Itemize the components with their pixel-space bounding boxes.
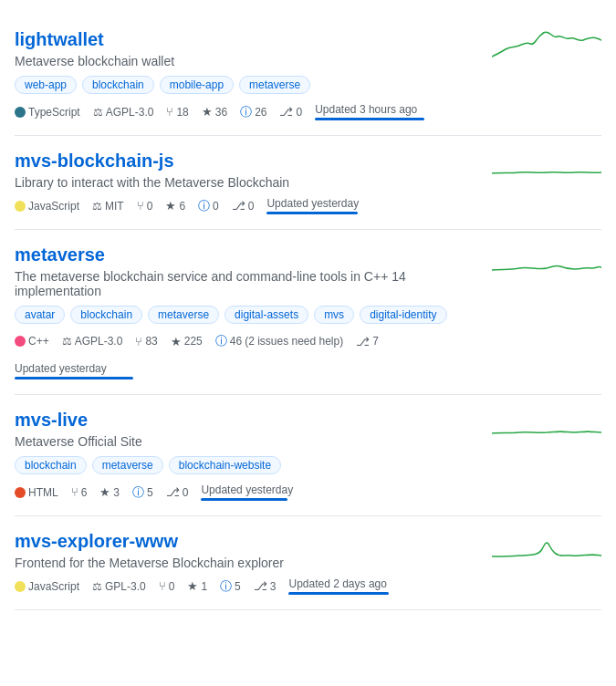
fork-icon: ⑂ [166, 105, 173, 119]
language-name: JavaScript [28, 200, 79, 213]
tag[interactable]: mvs [314, 306, 354, 324]
repo-issues: ⓘ26 [240, 104, 266, 120]
repo-license: ⚖MIT [92, 200, 124, 213]
repo-updated-text: Updated 2 days ago [288, 577, 389, 590]
repo-card: lightwalletMetaverse blockchain walletwe… [15, 15, 601, 136]
repo-header: mvs-blockchain-jsLibrary to interact wit… [15, 151, 601, 214]
language-dot [15, 107, 26, 118]
tag[interactable]: avatar [15, 306, 65, 324]
tag[interactable]: blockchain-website [169, 456, 281, 474]
repo-title[interactable]: mvs-blockchain-js [15, 151, 492, 172]
repo-license: ⚖AGPL-3.0 [93, 106, 154, 119]
repo-meta: JavaScript⚖MIT⑂0★6ⓘ0⎇0Updated yesterday [15, 197, 492, 214]
update-bar [288, 592, 389, 595]
repo-updated-wrapper: Updated 3 hours ago [315, 103, 424, 120]
repo-left-col: mvs-blockchain-jsLibrary to interact wit… [15, 151, 492, 214]
star-count: 3 [113, 486, 120, 499]
repo-issues: ⓘ5 [132, 484, 153, 501]
pr-icon: ⎇ [356, 335, 370, 348]
fork-icon: ⑂ [71, 485, 78, 499]
repo-header: mvs-explorer-wwwFrontend for the Metaver… [15, 531, 601, 595]
pr-count: 7 [372, 335, 379, 348]
repo-language: TypeScript [15, 106, 80, 119]
issue-icon: ⓘ [240, 104, 252, 120]
repo-left-col: mvs-liveMetaverse Official Siteblockchai… [15, 410, 492, 501]
issue-icon: ⓘ [198, 198, 210, 214]
tag[interactable]: digital-assets [224, 306, 308, 324]
tag[interactable]: digital-identity [360, 306, 446, 324]
tag[interactable]: blockchain [70, 306, 142, 324]
pr-count: 0 [248, 200, 255, 213]
repo-stars: ★225 [171, 335, 203, 348]
fork-count: 6 [81, 486, 88, 499]
repo-stars: ★6 [165, 199, 185, 213]
repo-issues: ⓘ46 (2 issues need help) [215, 333, 343, 349]
repo-title[interactable]: metaverse [15, 244, 492, 265]
repo-forks: ⑂0 [159, 579, 175, 593]
repo-prs: ⎇0 [166, 485, 189, 499]
star-icon: ★ [165, 199, 176, 213]
pr-count: 0 [296, 106, 302, 119]
repo-card: mvs-blockchain-jsLibrary to interact wit… [15, 136, 601, 230]
sparkline-container [492, 29, 601, 66]
repo-title[interactable]: lightwallet [15, 29, 492, 50]
issue-icon: ⓘ [132, 484, 144, 501]
language-name: TypeScript [28, 106, 80, 119]
pr-icon: ⎇ [232, 199, 245, 213]
pr-icon: ⎇ [166, 485, 180, 499]
fork-icon: ⑂ [159, 579, 166, 593]
repo-language: JavaScript [15, 200, 79, 213]
issue-count: 5 [147, 486, 153, 499]
issue-count: 0 [213, 200, 219, 213]
tag[interactable]: blockchain [15, 456, 87, 474]
sparkline [492, 151, 601, 187]
repo-updated-text: Updated yesterday [201, 483, 293, 496]
star-count: 6 [179, 200, 185, 213]
repo-title[interactable]: mvs-explorer-www [15, 531, 492, 552]
sparkline-container [492, 410, 601, 446]
sparkline [492, 29, 601, 66]
update-bar [15, 377, 133, 379]
pr-icon: ⎇ [279, 105, 293, 119]
repo-license: ⚖AGPL-3.0 [62, 335, 123, 348]
update-bar [201, 498, 287, 501]
repo-prs: ⎇7 [356, 335, 379, 348]
fork-icon: ⑂ [137, 199, 144, 213]
repo-meta: HTML⑂6★3ⓘ5⎇0Updated yesterday [15, 483, 492, 501]
tag[interactable]: mobile-app [160, 76, 234, 94]
repo-license: ⚖GPL-3.0 [92, 580, 146, 593]
license-text: MIT [105, 200, 124, 213]
star-count: 225 [184, 335, 203, 348]
license-text: AGPL-3.0 [106, 106, 154, 119]
language-name: HTML [28, 486, 58, 499]
pr-count: 3 [270, 580, 277, 593]
repo-description: Library to interact with the Metaverse B… [15, 175, 489, 190]
repo-left-col: lightwalletMetaverse blockchain walletwe… [15, 29, 492, 120]
tag[interactable]: metaverse [148, 306, 219, 324]
pr-count: 0 [183, 486, 189, 499]
star-icon: ★ [187, 579, 198, 593]
sparkline-container [492, 151, 601, 187]
tag[interactable]: metaverse [92, 456, 163, 474]
tag[interactable]: metaverse [239, 76, 310, 94]
repo-language: C++ [15, 335, 49, 348]
repo-card: metaverseThe metaverse blockchain servic… [15, 230, 601, 395]
fork-icon: ⑂ [135, 335, 142, 348]
repo-forks: ⑂6 [71, 485, 88, 499]
sparkline-container [492, 244, 601, 281]
tag[interactable]: blockchain [82, 76, 154, 94]
update-bar [266, 212, 358, 214]
repo-meta: TypeScript⚖AGPL-3.0⑂18★36ⓘ26⎇0Updated 3 … [15, 103, 492, 120]
repo-title[interactable]: mvs-live [15, 410, 492, 431]
repo-card: mvs-explorer-wwwFrontend for the Metaver… [15, 516, 601, 610]
issue-count: 5 [235, 580, 241, 593]
repo-meta: C++⚖AGPL-3.0⑂83★225ⓘ46 (2 issues need he… [15, 333, 492, 379]
star-icon: ★ [99, 485, 110, 499]
repo-left-col: mvs-explorer-wwwFrontend for the Metaver… [15, 531, 492, 595]
tag[interactable]: web-app [15, 76, 77, 94]
repo-updated-text: Updated yesterday [266, 197, 359, 210]
license-text: AGPL-3.0 [75, 335, 123, 348]
license-icon: ⚖ [62, 335, 72, 348]
repo-stars: ★3 [99, 485, 120, 499]
issue-count: 46 [230, 335, 242, 348]
